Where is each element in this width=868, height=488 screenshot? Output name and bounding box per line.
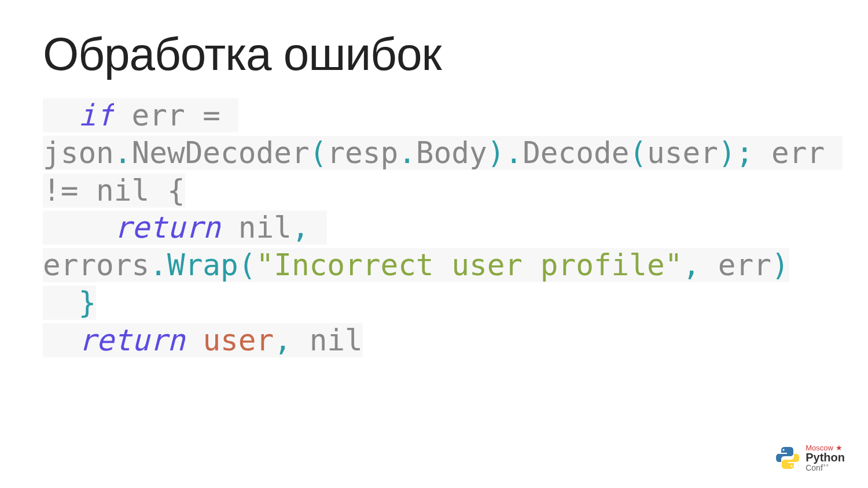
code-text: err =	[114, 98, 238, 132]
code-text: NewDecoder	[132, 136, 310, 170]
slide-title: Обработка ошибок	[43, 28, 825, 81]
code-text: Body	[416, 136, 487, 170]
code-text: (	[238, 248, 256, 282]
code-text: json	[43, 136, 114, 170]
keyword-return: return	[114, 210, 220, 245]
logo-text: Moscow ★ Python Conf++	[806, 444, 845, 472]
code-text: errors	[43, 248, 149, 282]
logo-line3b: ++	[823, 463, 829, 468]
code-block: if err = json.NewDecoder(resp.Body).Deco…	[43, 97, 825, 359]
code-text: .	[149, 248, 167, 282]
code-text: user	[647, 136, 718, 170]
code-text: err	[700, 248, 771, 282]
code-text: Wrap	[167, 248, 238, 282]
keyword-if: if	[78, 98, 113, 132]
keyword-return: return	[78, 323, 185, 357]
code-text: )	[771, 248, 789, 282]
code-text: nil	[220, 210, 292, 245]
logo-line2: Python	[806, 452, 845, 463]
logo-line3a: Conf	[806, 463, 823, 472]
conference-logo: Moscow ★ Python Conf++	[774, 444, 845, 472]
code-text: .	[398, 136, 416, 170]
code-string: "Incorrect user profile"	[256, 248, 683, 282]
python-icon	[774, 445, 801, 471]
svg-point-0	[783, 449, 785, 451]
code-text: nil	[292, 323, 363, 357]
code-text: (	[629, 136, 647, 170]
svg-point-1	[791, 465, 793, 467]
code-text: .	[505, 136, 523, 170]
code-text: (	[310, 136, 328, 170]
code-text: );	[718, 136, 753, 170]
code-text: ,	[274, 323, 292, 357]
code-text: }	[78, 286, 96, 320]
code-text: ,	[682, 248, 700, 282]
code-text: .	[114, 136, 132, 170]
slide: Обработка ошибок if err = json.NewDecode…	[0, 0, 868, 488]
code-text: user	[203, 323, 274, 357]
code-text: ,	[292, 210, 327, 245]
code-text: )	[487, 136, 505, 170]
code-text: Decode	[523, 136, 629, 170]
code-text: resp	[327, 136, 398, 170]
code-text	[185, 323, 203, 357]
